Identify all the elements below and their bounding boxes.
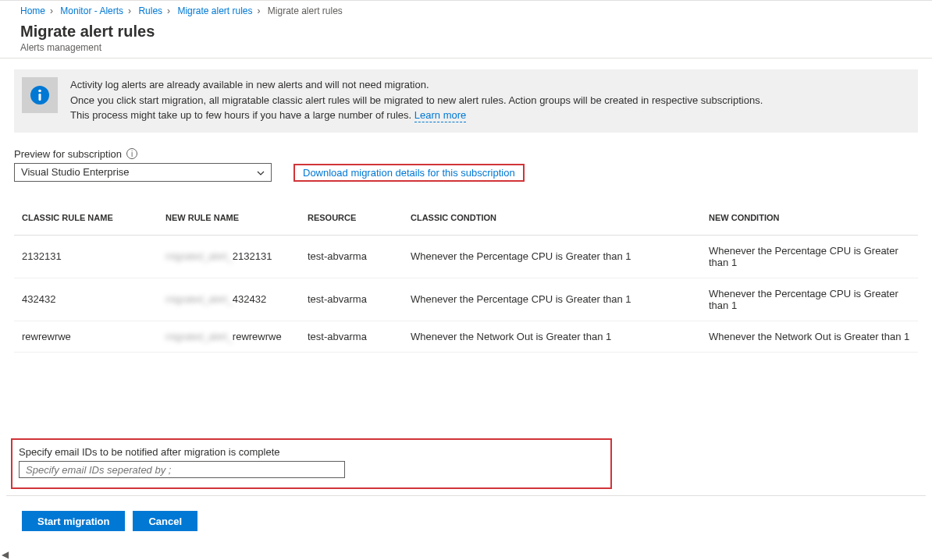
cell-new-rule: migrated_alert_2132131 [158,235,300,278]
info-line2: Once you click start migration, all migr… [70,93,763,108]
col-resource[interactable]: RESOURCE [300,208,403,236]
cell-classic-condition: Whenever the Percentage CPU is Greater t… [403,278,701,321]
breadcrumb-link-monitor-alerts[interactable]: Monitor - Alerts [60,5,123,16]
email-input[interactable] [19,461,345,478]
cell-classic-condition: Whenever the Percentage CPU is Greater t… [403,235,701,278]
download-migration-details-link[interactable]: Download migration details for this subs… [303,167,515,179]
breadcrumb-current: Migrate alert rules [268,5,343,16]
breadcrumb-link-rules[interactable]: Rules [138,5,162,16]
page-header: Migrate alert rules Alerts management [0,19,932,58]
subscription-select[interactable]: Visual Studio Enterprise [14,163,272,182]
chevron-right-icon: › [50,5,53,16]
cell-classic-rule: 432432 [14,278,158,321]
page-title: Migrate alert rules [20,23,912,41]
breadcrumb-link-home[interactable]: Home [20,5,45,16]
chevron-right-icon: › [128,5,131,16]
cancel-button[interactable]: Cancel [133,511,197,531]
footer-separator [6,495,926,496]
email-highlight: Specify email IDs to be notified after m… [11,438,612,489]
info-line3: This process might take up to few hours … [70,108,763,123]
scroll-left-arrow-icon[interactable]: ◀ [2,549,9,560]
cell-classic-rule: rewrewrwe [14,321,158,352]
cell-resource: test-abvarma [300,278,403,321]
svg-point-2 [38,90,41,93]
cell-new-rule: migrated_alert_432432 [158,278,300,321]
col-classic-condition[interactable]: CLASSIC CONDTION [403,208,701,236]
chevron-right-icon: › [167,5,170,16]
cell-new-rule: migrated_alert_rewrewrwe [158,321,300,352]
cell-resource: test-abvarma [300,235,403,278]
rules-table: CLASSIC RULE NAME NEW RULE NAME RESOURCE… [14,208,918,353]
cell-resource: test-abvarma [300,321,403,352]
col-new-condition[interactable]: NEW CONDITION [701,208,918,236]
table-row[interactable]: 432432migrated_alert_432432test-abvarmaW… [14,278,918,321]
info-text: Activity log alerts are already availabl… [70,77,763,123]
cell-new-condition: Whenever the Percentage CPU is Greater t… [701,235,918,278]
svg-rect-1 [39,94,41,101]
info-line1: Activity log alerts are already availabl… [70,77,763,93]
tooltip-info-icon[interactable]: i [126,148,137,159]
table-row[interactable]: rewrewrwemigrated_alert_rewrewrwetest-ab… [14,321,918,352]
cell-classic-condition: Whenever the Network Out is Greater than… [403,321,701,352]
start-migration-button[interactable]: Start migration [22,511,125,531]
cell-new-condition: Whenever the Network Out is Greater than… [701,321,918,352]
learn-more-link[interactable]: Learn more [414,109,466,122]
cell-classic-rule: 2132131 [14,235,158,278]
info-banner: Activity log alerts are already availabl… [14,69,918,133]
col-new-rule-name[interactable]: NEW RULE NAME [158,208,300,236]
table-header-row: CLASSIC RULE NAME NEW RULE NAME RESOURCE… [14,208,918,236]
breadcrumb: Home› Monitor - Alerts› Rules› Migrate a… [0,0,932,19]
table-row[interactable]: 2132131migrated_alert_2132131test-abvarm… [14,235,918,278]
subscription-selected-value: Visual Studio Enterprise [21,166,130,178]
col-classic-rule-name[interactable]: CLASSIC RULE NAME [14,208,158,236]
chevron-down-icon [257,166,265,178]
page-subtitle: Alerts management [20,42,912,53]
email-label: Specify email IDs to be notified after m… [19,446,604,458]
breadcrumb-link-migrate[interactable]: Migrate alert rules [177,5,252,16]
chevron-right-icon: › [257,5,260,16]
info-icon [22,77,58,113]
cell-new-condition: Whenever the Percentage CPU is Greater t… [701,278,918,321]
download-highlight: Download migration details for this subs… [293,164,525,182]
preview-subscription-label: Preview for subscription i [14,148,137,160]
subscription-block: Preview for subscription i Visual Studio… [14,148,272,182]
